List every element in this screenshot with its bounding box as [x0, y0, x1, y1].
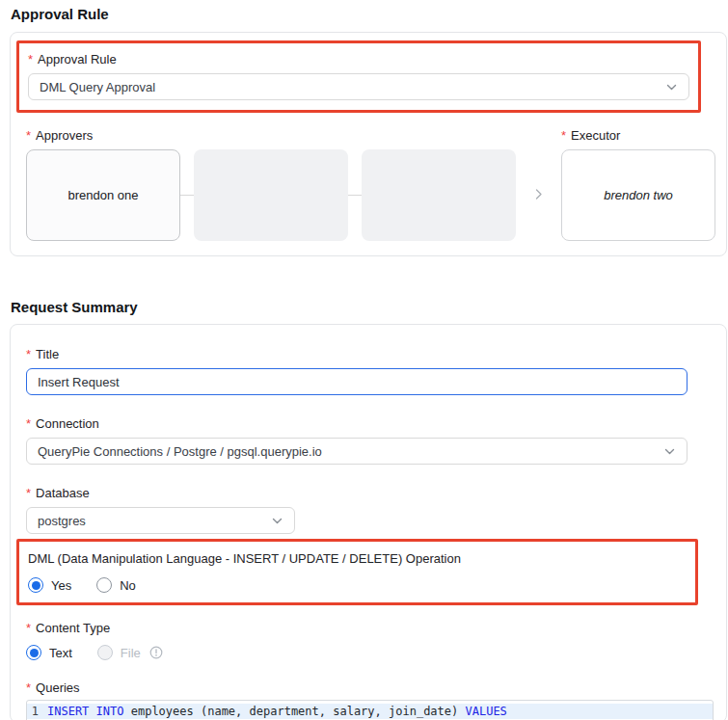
radio-unselected-icon — [96, 577, 112, 593]
dml-operation-label: DML (Data Manipulation Language - INSERT… — [28, 551, 684, 567]
radio-disabled-icon — [97, 645, 113, 660]
approval-rule-panel: * Approval Rule DML Query Approval * App… — [10, 32, 727, 256]
database-field-label: * Database — [26, 486, 714, 501]
content-type-group: * Content Type Text File — [26, 621, 714, 660]
sql-keyword: VALUES — [466, 704, 507, 719]
chevron-right-icon — [531, 187, 546, 241]
sql-code-editor[interactable]: 1 INSERT INTO employees (name, departmen… — [26, 700, 714, 720]
required-asterisk: * — [28, 52, 33, 67]
dml-operation-highlight-box: DML (Data Manipulation Language - INSERT… — [16, 539, 698, 605]
approvers-field-label: * Approvers — [26, 128, 516, 144]
content-type-label-text: Content Type — [36, 621, 110, 636]
database-group: * Database postgres — [26, 486, 714, 534]
connection-select[interactable]: QueryPie Connections / Postgre / pgsql.q… — [26, 438, 688, 465]
approver-step-2 — [194, 149, 348, 241]
executor-name: brendon two — [604, 188, 673, 202]
title-group: * Title Insert Request — [26, 347, 714, 395]
content-type-field-label: * Content Type — [26, 621, 714, 636]
radio-selected-icon — [26, 645, 41, 660]
connection-label-text: Connection — [36, 416, 99, 432]
approval-rule-heading: Approval Rule — [10, 0, 728, 22]
executor-column: * Executor brendon two — [561, 128, 715, 241]
code-line-1: 1 INSERT INTO employees (name, departmen… — [27, 704, 713, 719]
connection-group: * Connection QueryPie Connections / Post… — [26, 416, 714, 465]
executor-label-text: Executor — [571, 128, 620, 144]
content-type-file-label: File — [121, 646, 141, 660]
database-select-value: postgres — [38, 514, 86, 528]
title-input-value: Insert Request — [38, 375, 120, 389]
title-label-text: Title — [36, 347, 59, 362]
dml-yes-label: Yes — [51, 578, 71, 593]
request-summary-panel: * Title Insert Request * Connection Quer… — [10, 324, 727, 720]
approval-rule-select-value: DML Query Approval — [40, 80, 155, 94]
connection-field-label: * Connection — [26, 416, 714, 432]
dml-no-radio[interactable]: No — [96, 577, 136, 593]
approver-step-3 — [362, 149, 516, 241]
approver-step-1: brendon one — [26, 149, 180, 241]
page: Approval Rule * Approval Rule DML Query … — [0, 0, 728, 720]
title-input[interactable]: Insert Request — [26, 368, 688, 395]
required-asterisk: * — [561, 128, 566, 144]
required-asterisk: * — [26, 621, 31, 636]
content-type-radio-group: Text File — [26, 645, 714, 660]
step-connector — [348, 195, 362, 196]
approval-rule-highlight-box: * Approval Rule DML Query Approval — [16, 40, 701, 113]
approvers-label-text: Approvers — [36, 128, 93, 144]
approver-step-1-name: brendon one — [67, 188, 138, 202]
radio-selected-icon — [28, 577, 43, 593]
content-type-file-radio: File — [97, 645, 163, 660]
approval-rule-label-text: Approval Rule — [38, 52, 117, 67]
required-asterisk: * — [26, 128, 31, 144]
queries-field-label: * Queries — [26, 680, 714, 696]
connection-select-value: QueryPie Connections / Postgre / pgsql.q… — [38, 444, 322, 459]
dml-operation-radio-group: Yes No — [28, 577, 684, 593]
line-number: 1 — [27, 704, 47, 719]
approval-flow-row: * Approvers brendon one — [26, 128, 715, 241]
dml-yes-radio[interactable]: Yes — [28, 577, 71, 593]
content-type-text-radio[interactable]: Text — [26, 645, 72, 660]
queries-group: * Queries 1 INSERT INTO employees (name,… — [26, 680, 714, 720]
sql-text: employees (name, department, salary, joi… — [123, 704, 465, 719]
approver-steps: brendon one — [26, 149, 516, 241]
required-asterisk: * — [26, 347, 31, 362]
required-asterisk: * — [26, 680, 31, 696]
executor-field-label: * Executor — [561, 128, 715, 144]
approval-rule-select[interactable]: DML Query Approval — [28, 73, 689, 100]
title-field-label: * Title — [26, 347, 714, 362]
required-asterisk: * — [26, 416, 31, 432]
executor-box: brendon two — [561, 149, 715, 241]
request-summary-heading: Request Summary — [10, 256, 728, 315]
approval-rule-field-label: * Approval Rule — [28, 52, 687, 67]
content-type-text-label: Text — [49, 646, 72, 660]
database-select[interactable]: postgres — [26, 507, 295, 534]
chevron-down-icon — [665, 81, 678, 93]
database-label-text: Database — [36, 486, 90, 501]
dml-no-label: No — [120, 578, 136, 593]
warning-circle-icon — [149, 646, 163, 659]
queries-label-text: Queries — [36, 680, 80, 696]
chevron-down-icon — [271, 515, 283, 527]
step-connector — [180, 195, 194, 196]
sql-keyword: INSERT INTO — [47, 704, 123, 719]
approvers-column: * Approvers brendon one — [26, 128, 516, 241]
required-asterisk: * — [26, 486, 31, 501]
chevron-down-icon — [663, 445, 676, 458]
